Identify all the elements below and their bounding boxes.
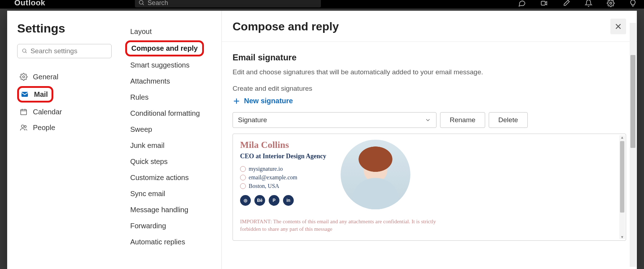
svg-rect-8 — [21, 110, 27, 115]
section-title: Email signature — [233, 53, 626, 63]
section-subheading: Create and edit signatures — [233, 85, 626, 93]
subnav-attachments[interactable]: Attachments — [122, 73, 221, 89]
svg-rect-2 — [541, 1, 545, 5]
signature-controls: Signature Rename Delete — [233, 112, 626, 128]
search-icon — [22, 48, 28, 54]
app-topbar: Outlook Search — [0, 0, 644, 9]
signature-select[interactable]: Signature — [233, 112, 436, 128]
close-icon — [614, 23, 622, 30]
svg-point-12 — [21, 125, 24, 128]
subnav-quick-steps[interactable]: Quick steps — [122, 154, 221, 170]
signature-avatar — [341, 140, 410, 209]
pane-scrollbar[interactable] — [630, 23, 636, 267]
settings-search-input[interactable] — [30, 47, 107, 55]
scroll-up-arrow[interactable]: ▲ — [619, 135, 625, 139]
delete-button[interactable]: Delete — [489, 112, 528, 128]
subnav-sync-email[interactable]: Sync email — [122, 186, 221, 202]
global-search-placeholder: Search — [148, 0, 168, 7]
people-icon — [19, 123, 28, 132]
scroll-down-arrow[interactable]: ▼ — [619, 235, 625, 239]
edit-icon[interactable] — [562, 0, 570, 7]
mail-subnav-pane: Layout Compose and reply Smart suggestio… — [122, 11, 222, 269]
subnav-layout[interactable]: Layout — [122, 24, 221, 40]
signature-socials: ◎ Bē P in — [240, 195, 326, 206]
detail-body: Email signature Edit and choose signatur… — [222, 42, 637, 269]
mail-icon — [20, 90, 29, 99]
subnav-junk-email[interactable]: Junk email — [122, 138, 221, 154]
subnav-automatic-replies[interactable]: Automatic replies — [122, 234, 221, 250]
category-label: People — [33, 124, 55, 132]
signature-email: email@example.com — [240, 174, 326, 181]
subnav-conditional-formatting[interactable]: Conditional formatting — [122, 105, 221, 121]
chevron-down-icon — [425, 117, 431, 123]
subnav-customize-actions[interactable]: Customize actions — [122, 170, 221, 186]
svg-point-13 — [24, 126, 26, 128]
pinterest-icon[interactable]: P — [269, 195, 279, 206]
subnav-forwarding[interactable]: Forwarding — [122, 218, 221, 234]
settings-icon[interactable] — [607, 0, 615, 7]
svg-line-5 — [25, 52, 26, 53]
calendar-icon — [19, 108, 28, 116]
link-icon — [240, 166, 246, 172]
settings-title: Settings — [17, 21, 112, 35]
linkedin-icon[interactable]: in — [283, 195, 294, 206]
svg-point-0 — [139, 0, 143, 4]
gear-icon — [19, 73, 28, 81]
behance-icon[interactable]: Bē — [254, 195, 265, 206]
settings-search[interactable] — [17, 44, 112, 58]
annotation-highlight-mail: Mail — [17, 86, 53, 103]
settings-dialog: Settings General Mail — [7, 11, 637, 269]
rename-button[interactable]: Rename — [440, 112, 485, 128]
brand-label: Outlook — [14, 0, 45, 8]
signature-disclaimer: IMPORTANT: The contents of this email an… — [240, 218, 440, 233]
category-general[interactable]: General — [17, 69, 112, 85]
subnav-rules[interactable]: Rules — [122, 89, 221, 105]
signature-name: Mila Collins — [240, 140, 326, 150]
signature-editor[interactable]: Mila Collins CEO at Interior Design Agen… — [233, 134, 626, 241]
category-label: Mail — [34, 90, 48, 99]
search-icon — [138, 0, 145, 6]
bell-icon[interactable] — [585, 0, 592, 7]
category-mail[interactable]: Mail — [20, 89, 48, 100]
chat-icon[interactable] — [518, 0, 526, 7]
location-icon — [240, 183, 246, 189]
signature-location: Boston, USA — [240, 183, 326, 189]
new-signature-label: New signature — [244, 97, 293, 105]
video-icon[interactable] — [540, 0, 548, 7]
detail-pane: Compose and reply Email signature Edit a… — [222, 11, 637, 269]
svg-point-3 — [610, 2, 612, 4]
scrollbar-thumb[interactable] — [620, 141, 624, 213]
svg-point-6 — [23, 76, 25, 78]
global-search[interactable]: Search — [135, 0, 321, 8]
settings-categories-pane: Settings General Mail — [7, 11, 122, 269]
section-description: Edit and choose signatures that will be … — [233, 68, 626, 76]
page-title: Compose and reply — [233, 20, 339, 33]
editor-scrollbar[interactable]: ▲ ▼ — [619, 135, 625, 239]
detail-header: Compose and reply — [222, 11, 637, 42]
new-signature-button[interactable]: New signature — [233, 97, 626, 105]
svg-line-1 — [142, 4, 144, 5]
subnav-message-handling[interactable]: Message handling — [122, 202, 221, 218]
subnav-compose-and-reply[interactable]: Compose and reply — [131, 44, 198, 52]
category-label: Calendar — [33, 108, 62, 116]
mail-small-icon — [240, 175, 246, 180]
subnav-smart-suggestions[interactable]: Smart suggestions — [122, 57, 221, 73]
signature-select-value: Signature — [238, 116, 267, 124]
subnav-sweep[interactable]: Sweep — [122, 121, 221, 138]
svg-point-4 — [23, 49, 26, 52]
plus-icon — [233, 97, 240, 105]
category-label: General — [33, 73, 58, 81]
signature-website: mysignature.io — [240, 166, 326, 172]
tips-icon[interactable] — [629, 0, 637, 7]
scrollbar-thumb[interactable] — [630, 55, 635, 148]
category-people[interactable]: People — [17, 120, 112, 135]
signature-role: CEO at Interior Design Agency — [240, 153, 326, 160]
close-button[interactable] — [610, 19, 626, 34]
instagram-icon[interactable]: ◎ — [240, 195, 251, 206]
category-calendar[interactable]: Calendar — [17, 104, 112, 120]
annotation-highlight-compose: Compose and reply — [125, 40, 204, 56]
